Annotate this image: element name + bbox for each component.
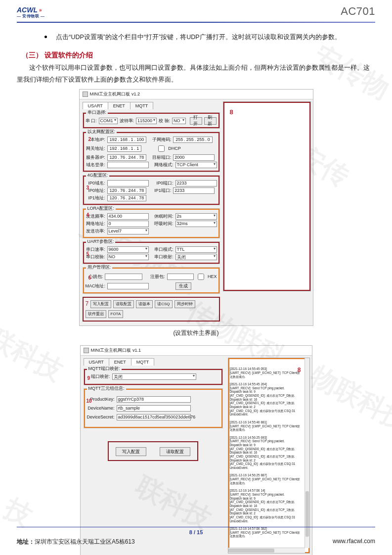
uart-map-label: 串口映射: xyxy=(151,254,174,260)
group-mqtt-map: MQTT端口映射: 端口映射: 关闭 xyxy=(84,369,223,385)
callout-3: 3 xyxy=(87,185,89,190)
log-panel-2[interactable]: [2021-12-16 14:55:45 053] [UART_RECV]: [… xyxy=(228,358,310,554)
domain-input[interactable] xyxy=(107,162,149,168)
action-buttons: 7 写入配置 读取配置 读版本 读CSQ 同步时钟 软件重启 FOTA xyxy=(83,297,220,322)
lora-breath-label: 呼吸时间: xyxy=(151,221,174,227)
callout-9: 9 xyxy=(87,375,90,381)
mqtt-read-button[interactable]: 读取配置 xyxy=(160,447,190,456)
uart-map-select[interactable]: 关闭 xyxy=(175,254,217,260)
tab-usart[interactable]: USART xyxy=(83,102,108,109)
write-config-button[interactable]: 写入配置 xyxy=(90,300,111,308)
tabstrip: USART ENET MQTT xyxy=(83,102,220,109)
log-panel xyxy=(223,101,311,291)
devicename-label: DeviceName: xyxy=(87,406,115,411)
section-paragraph: 这个软件可以用串口设置参数，也可以用网口设置参数。具体接法如上面介绍，但两种方法… xyxy=(17,62,375,86)
generate-button[interactable]: 生成 xyxy=(175,282,191,290)
ip1-addr-label: IP1地址: xyxy=(86,195,105,201)
ip0-domain-input[interactable] xyxy=(107,180,149,186)
port-label: 串 口: xyxy=(86,118,97,124)
window-titlebar: MINI工业主机网口板 v1.2 xyxy=(80,90,313,99)
brand-text: ACWL xyxy=(17,6,38,14)
tab-enet[interactable]: ENET xyxy=(108,102,131,109)
tab-mqtt[interactable]: MQTT xyxy=(131,358,155,366)
group-uart: UART参数区: 串口速率: 9600 串口模式: TTL 串口校验: NO 串… xyxy=(83,241,220,264)
ip1-addr-input[interactable]: 120.76.244.78 xyxy=(107,195,147,201)
lora-freq-input[interactable]: 434.00 xyxy=(107,213,149,220)
lora-power-label: 发送功率: xyxy=(86,228,105,234)
scrollbar-vertical[interactable] xyxy=(305,358,309,548)
devicename-input[interactable]: rtb_sample xyxy=(117,405,191,412)
read-csq-button[interactable]: 读CSQ xyxy=(155,300,172,308)
page-number: 8 / 15 xyxy=(17,529,375,535)
group-4g: 4G配置区: IP0域名: IP0端口: 2233 IP0地址: 120.76.… xyxy=(83,175,220,205)
ip0-port-label: IP0端口: xyxy=(151,180,174,186)
mac-input[interactable] xyxy=(107,283,149,289)
addr-value: 深圳市宝安区福永天瑞工业区A5栋613 xyxy=(35,538,135,545)
target-port-input[interactable]: 2000 xyxy=(173,154,215,161)
tab-enet[interactable]: ENET xyxy=(109,358,131,366)
read-config-button[interactable]: 读取配置 xyxy=(113,300,134,308)
brand-subtext: — 安传物联 — xyxy=(17,13,44,19)
figure1-caption: (设置软件主界面) xyxy=(17,329,375,337)
mac-label: MAC地址: xyxy=(86,283,105,289)
local-ip-input[interactable]: 192.168.1.100 xyxy=(107,137,147,143)
sync-clock-button[interactable]: 同步时钟 xyxy=(174,300,195,308)
gateway-input[interactable]: 192.168.1.1 xyxy=(107,145,142,152)
group-title: 用户管理区: xyxy=(86,264,113,271)
mqtt-map-select[interactable]: 关闭 xyxy=(112,373,196,380)
parity-select[interactable]: NO xyxy=(172,118,186,124)
callout-10: 10 xyxy=(87,398,92,404)
uart-baud-select[interactable]: 9600 xyxy=(107,246,149,253)
log-text: [2021-12-16 14:55:45 053] [UART_RECV]: [… xyxy=(230,367,308,538)
lora-netaddr-input[interactable]: 0 xyxy=(107,221,149,227)
tab-usart[interactable]: USART xyxy=(84,358,109,366)
group-title: MQTT端口映射: xyxy=(87,366,122,372)
group-title: MQTT三元组信息: xyxy=(87,385,126,392)
group-title: UART参数区: xyxy=(86,238,116,245)
brand-logo: ACWL » — 安传物联 — xyxy=(17,6,44,19)
read-version-button[interactable]: 读版本 xyxy=(136,300,153,308)
refresh-button[interactable]: 刷新 xyxy=(204,117,217,125)
soft-reset-button[interactable]: 软件重启 xyxy=(86,310,106,318)
group-mqtt-triple: MQTT三元组信息: ProductKey: ggstYrCp378 Devic… xyxy=(84,388,223,428)
scrollbar-horizontal[interactable] xyxy=(228,548,305,553)
ip1-port-label: IP1端口: xyxy=(148,187,171,194)
tab-mqtt[interactable]: MQTT xyxy=(130,102,154,109)
netmode-select[interactable]: TCP Client xyxy=(175,162,217,168)
lora-sleep-select[interactable]: 2s xyxy=(175,213,217,220)
target-port-label: 目标端口: xyxy=(148,154,171,161)
hex-checkbox[interactable] xyxy=(198,274,204,280)
group-title: 串口选择: xyxy=(86,109,108,116)
open-button[interactable]: 打开 xyxy=(190,117,202,125)
parity-label: 校 验: xyxy=(159,118,170,124)
lora-breath-select[interactable]: 32ms xyxy=(175,221,217,227)
heartbeat-input[interactable] xyxy=(105,274,142,280)
mqtt-write-button[interactable]: 写入配置 xyxy=(116,447,146,456)
page-header: ACWL » — 安传物联 — AC701 xyxy=(17,7,375,25)
netmode-label: 网络模式: xyxy=(151,162,174,168)
register-input[interactable] xyxy=(167,274,194,280)
ip0-port-input[interactable]: 2233 xyxy=(175,180,217,186)
uart-parity-select[interactable]: NO xyxy=(107,254,149,260)
ip1-port-input[interactable]: 2233 xyxy=(173,187,215,194)
callout-8: 8 xyxy=(230,108,233,116)
baud-select[interactable]: 115200 xyxy=(136,118,157,124)
devicesecret-input[interactable]: ad3999d8ac1517cd5eaf350023dde676 xyxy=(117,414,191,420)
tabstrip: USART ENET MQTT xyxy=(84,358,223,366)
port-select[interactable]: COM1 xyxy=(99,118,118,124)
footer-rule xyxy=(17,527,375,527)
app-window-2: MINI工业主机网口板 v1.1 USART ENET MQTT 9 MQTT端… xyxy=(80,345,312,555)
productkey-input[interactable]: ggstYrCp378 xyxy=(117,396,191,403)
mask-input[interactable]: 255.255.255.0 xyxy=(173,137,213,143)
domain-label: 域名登录: xyxy=(86,162,105,168)
hex-label: HEX xyxy=(208,274,217,279)
uart-mode-select[interactable]: TTL xyxy=(175,246,217,253)
server-ip-input[interactable]: 120.76.244.78 xyxy=(107,154,147,161)
ip0-addr-input[interactable]: 120.76.244.78 xyxy=(107,187,147,194)
dhcp-checkbox[interactable] xyxy=(158,145,165,152)
lora-power-select[interactable]: Level7 xyxy=(107,228,149,234)
baud-label: 波特率: xyxy=(120,118,134,124)
group-user: 用户管理区: 心跳包: 注册包: HEX MAC地址: xyxy=(83,267,220,294)
fota-button[interactable]: FOTA xyxy=(108,310,124,318)
dhcp-label: DHCP xyxy=(168,146,181,151)
